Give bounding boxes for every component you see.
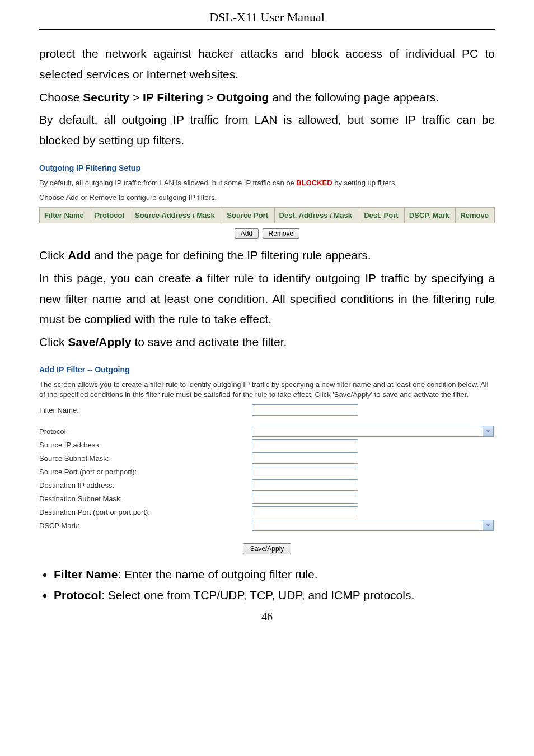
col-dest-addr: Dest. Address / Mask [274, 208, 359, 223]
dest-port-label: Destination Port (port or port:port): [39, 508, 252, 516]
source-ip-input[interactable] [252, 439, 358, 450]
add-button[interactable]: Add [235, 228, 259, 239]
text: by setting up filters. [332, 179, 397, 187]
col-protocol: Protocol [90, 208, 130, 223]
text: to save and activate the filter. [132, 335, 287, 348]
text: and the following page appears. [269, 91, 439, 104]
remove-button[interactable]: Remove [263, 228, 300, 239]
paragraph: Click Add and the page for defining the … [39, 245, 495, 266]
text: Click [39, 335, 68, 348]
col-dscp: DSCP. Mark [404, 208, 456, 223]
page-title: DSL-X11 User Manual [39, 0, 495, 30]
text: Outgoing [217, 91, 269, 104]
blocked-label: BLOCKED [296, 179, 332, 187]
col-source-addr: Source Address / Mask [130, 208, 222, 223]
paragraph: Click Save/Apply to save and activate th… [39, 332, 495, 353]
text: and the page for defining the IP filteri… [91, 249, 371, 262]
save-apply-button[interactable]: Save/Apply [243, 543, 292, 554]
text: > [129, 91, 143, 104]
col-source-port: Source Port [222, 208, 274, 223]
text: : Enter the name of outgoing filter rule… [118, 568, 317, 581]
source-port-label: Source Port (port or port:port): [39, 468, 252, 476]
dest-port-input[interactable] [252, 506, 358, 517]
chevron-down-icon [483, 426, 493, 436]
section-heading: Add IP Filter -- Outgoing [39, 365, 495, 374]
col-remove: Remove [456, 208, 495, 223]
protocol-select[interactable] [252, 426, 494, 437]
text: Choose [39, 91, 83, 104]
paragraph: By default, all outgoing IP traffic from… [39, 110, 495, 151]
help-text: The screen allows you to create a filter… [39, 380, 495, 400]
paragraph: protect the network against hacker attac… [39, 44, 495, 85]
text: Click [39, 249, 68, 262]
section-heading: Outgoing IP Filtering Setup [39, 164, 495, 172]
col-dest-port: Dest. Port [359, 208, 405, 223]
paragraph: Choose Security > IP Filtering > Outgoin… [39, 87, 495, 108]
text: Save/Apply [68, 335, 131, 348]
help-text: By default, all outgoing IP traffic from… [39, 178, 495, 188]
table-header-row: Filter Name Protocol Source Address / Ma… [40, 208, 495, 223]
dest-mask-input[interactable] [252, 493, 358, 504]
col-filter-name: Filter Name [40, 208, 90, 223]
text: IP Filtering [143, 91, 203, 104]
filter-name-label: Filter Name: [39, 406, 252, 414]
source-port-input[interactable] [252, 466, 358, 477]
text: : Select one from TCP/UDP, TCP, UDP, and… [101, 589, 414, 601]
list-item: Filter Name: Enter the name of outgoing … [54, 564, 495, 585]
filter-name-input[interactable] [252, 404, 358, 416]
protocol-label: Protocol: [39, 427, 252, 436]
dscp-select[interactable] [252, 520, 494, 531]
text: Protocol [54, 589, 101, 601]
dest-ip-input[interactable] [252, 479, 358, 491]
chevron-down-icon [483, 520, 493, 530]
help-text: Choose Add or Remove to configure outgoi… [39, 193, 495, 203]
text: By default, all outgoing IP traffic from… [39, 179, 296, 187]
source-mask-label: Source Subnet Mask: [39, 454, 252, 463]
text: Filter Name [54, 568, 118, 581]
dscp-label: DSCP Mark: [39, 521, 252, 530]
source-ip-label: Source IP address: [39, 441, 252, 449]
dest-mask-label: Destination Subnet Mask: [39, 494, 252, 503]
source-mask-input[interactable] [252, 452, 358, 464]
table-button-row: Add Remove [39, 228, 495, 239]
dest-ip-label: Destination IP address: [39, 481, 252, 489]
paragraph: In this page, you can create a filter ru… [39, 268, 495, 330]
list-item: Protocol: Select one from TCP/UDP, TCP, … [54, 585, 495, 606]
bullet-list: Filter Name: Enter the name of outgoing … [39, 564, 495, 606]
text: Security [83, 91, 129, 104]
save-button-row: Save/Apply [39, 543, 495, 554]
filter-table: Filter Name Protocol Source Address / Ma… [39, 207, 495, 223]
text: Add [68, 249, 91, 262]
page-number: 46 [39, 610, 495, 623]
text: > [203, 91, 217, 104]
